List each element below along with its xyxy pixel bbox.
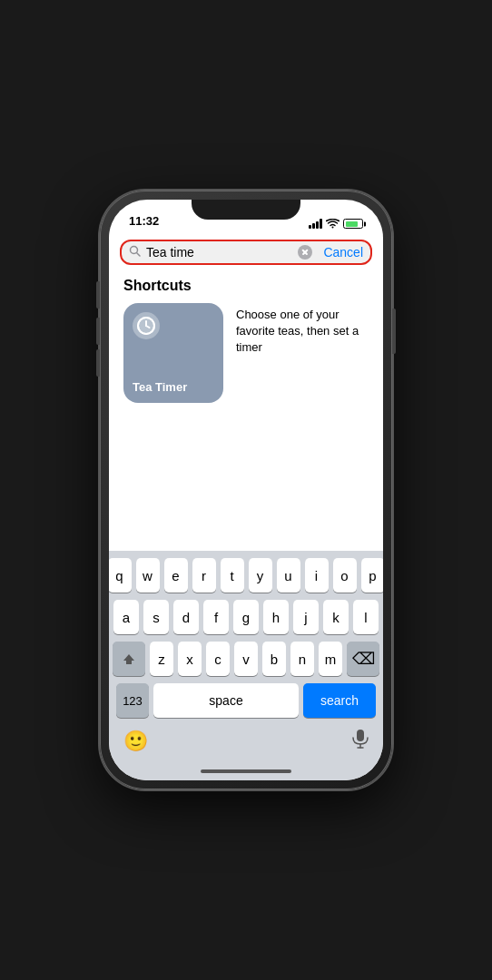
status-time: 11:32 [129, 214, 159, 229]
search-bar-outline: Tea time Cancel [120, 240, 372, 265]
key-o[interactable]: o [333, 558, 357, 593]
svg-rect-7 [357, 730, 364, 741]
key-d[interactable]: d [173, 600, 199, 634]
key-c[interactable]: c [206, 642, 230, 676]
key-j[interactable]: j [293, 600, 319, 634]
key-h[interactable]: h [263, 600, 289, 634]
main-content: Shortcuts Tea Timer Choose one of your f… [109, 272, 383, 551]
key-s[interactable]: s [143, 600, 169, 634]
keyboard-row-1: q w e r t y u i o p [113, 558, 379, 593]
shortcut-description: Choose one of your favorite teas, then s… [236, 303, 369, 357]
numbers-key[interactable]: 123 [116, 683, 149, 718]
wifi-icon [326, 219, 339, 229]
key-b[interactable]: b [262, 642, 286, 676]
key-a[interactable]: a [113, 600, 139, 634]
key-g[interactable]: g [233, 600, 259, 634]
key-n[interactable]: n [290, 642, 314, 676]
key-p[interactable]: p [361, 558, 384, 593]
emoji-mic-row: 🙂 [113, 725, 379, 759]
phone-frame: 11:32 [100, 191, 392, 789]
key-x[interactable]: x [178, 642, 202, 676]
shortcut-tile[interactable]: Tea Timer [123, 303, 223, 403]
emoji-key[interactable]: 🙂 [123, 730, 148, 753]
key-w[interactable]: w [136, 558, 160, 593]
key-v[interactable]: v [234, 642, 258, 676]
mic-key[interactable] [352, 729, 369, 753]
key-y[interactable]: y [249, 558, 272, 593]
key-q[interactable]: q [109, 558, 132, 593]
signal-icon [309, 219, 322, 229]
shift-key[interactable] [113, 642, 145, 676]
key-k[interactable]: k [323, 600, 349, 634]
key-t[interactable]: t [221, 558, 244, 593]
keyboard-row-3: z x c v b n m ⌫ [113, 642, 379, 676]
delete-key[interactable]: ⌫ [347, 642, 379, 676]
phone-screen: 11:32 [109, 200, 383, 780]
home-bar [201, 769, 291, 773]
clear-button[interactable] [298, 245, 312, 260]
shortcuts-title: Shortcuts [123, 278, 369, 294]
space-key[interactable]: space [153, 683, 299, 718]
search-key[interactable]: search [303, 683, 376, 718]
battery-icon [343, 219, 363, 229]
search-bar-container: Tea time Cancel [109, 232, 383, 272]
cancel-button[interactable]: Cancel [318, 245, 363, 260]
key-l[interactable]: l [353, 600, 379, 634]
shortcut-tile-icon [133, 312, 160, 339]
key-f[interactable]: f [203, 600, 229, 634]
keyboard-row-2: a s d f g h j k l [113, 600, 379, 634]
key-m[interactable]: m [319, 642, 342, 676]
search-input[interactable]: Tea time [146, 245, 292, 260]
key-z[interactable]: z [150, 642, 173, 676]
key-u[interactable]: u [277, 558, 300, 593]
svg-line-1 [137, 253, 141, 257]
key-e[interactable]: e [164, 558, 188, 593]
clock-icon [136, 316, 156, 336]
svg-marker-6 [123, 654, 134, 664]
key-r[interactable]: r [192, 558, 216, 593]
status-icons [309, 219, 363, 229]
notch [192, 200, 300, 220]
shortcut-item[interactable]: Tea Timer Choose one of your favorite te… [123, 303, 369, 403]
keyboard: q w e r t y u i o p a s d f g h j k [109, 551, 383, 762]
key-i[interactable]: i [305, 558, 329, 593]
shortcut-name: Tea Timer [133, 380, 214, 394]
home-indicator [109, 762, 383, 780]
search-icon [129, 245, 141, 260]
keyboard-row-bottom: 123 space search [113, 683, 379, 718]
